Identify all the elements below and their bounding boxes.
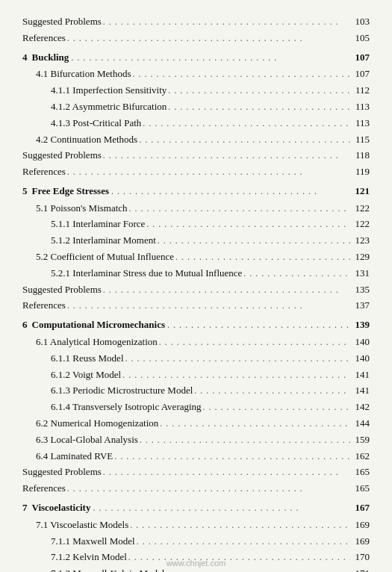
toc-dots: . . . . . . . . . . . . . . . . . . . . … [158,234,350,249]
toc-dots: . . . . . . . . . . . . . . . . . . . . … [132,67,350,82]
toc-dots: . . . . . . . . . . . . . . . . . . . . … [103,283,350,298]
toc-dots: . . . . . . . . . . . . . . . . . . . . … [122,368,350,383]
toc-dots: . . . . . . . . . . . . . . . . . . . . … [71,50,349,66]
chapter-row: 7Viscoelasticity. . . . . . . . . . . . … [22,500,370,517]
toc-label: 4.1.2 Asymmetric Bifurcation [51,99,167,114]
chapter-page: 121 [352,183,370,200]
toc-page: 140 [352,350,370,366]
toc-row: 6.1 Analytical Homogenization. . . . . .… [22,334,370,350]
toc-row: 6.1.2 Voigt Model. . . . . . . . . . . .… [22,367,370,383]
toc-label: Suggested Problems [22,13,102,29]
toc-label: 6.2 Numerical Homogenization [36,415,158,431]
chapter-title: Buckling [32,49,69,66]
toc-label: 6.4 Laminated RVE [36,448,113,464]
chapter-row: 4Buckling. . . . . . . . . . . . . . . .… [22,49,370,66]
toc-dots: . . . . . . . . . . . . . . . . . . . . … [67,31,350,46]
toc-dots: . . . . . . . . . . . . . . . . . . . . … [167,317,349,333]
toc-row: 5.1.2 Interlaminar Moment. . . . . . . .… [22,232,370,249]
toc-dots: . . . . . . . . . . . . . . . . . . . . … [114,450,350,464]
toc-page: 122 [352,216,370,231]
toc-page: 107 [352,66,370,81]
toc-row: 6.1.3 Periodic Microstructure Model. . .… [22,382,370,399]
chapter-num: 7 [22,500,28,517]
toc-dots: . . . . . . . . . . . . . . . . . . . . … [146,217,350,232]
chapter-num: 5 [22,183,28,200]
toc-row: References. . . . . . . . . . . . . . . … [22,30,370,46]
toc-row: 5.2 Coefficient of Mutual Influence. . .… [22,249,370,265]
toc-page: 137 [352,297,370,313]
toc-dots: . . . . . . . . . . . . . . . . . . . . … [168,100,350,115]
toc-label: 4.1.3 Post-Critical Path [51,115,141,131]
toc-label: 5.2.1 Interlaminar Stress due to Mutual … [51,265,242,281]
toc-dots: . . . . . . . . . . . . . . . . . . . . … [160,417,350,432]
toc-label: 4.1.1 Imperfection Sensitivity [51,82,167,98]
toc-label: References [22,297,66,313]
chapter-row: 6Computational Micromechanics. . . . . .… [22,317,370,334]
toc-dots: . . . . . . . . . . . . . . . . . . . . … [159,335,350,350]
toc-label: 5.1.2 Interlaminar Moment [51,232,156,248]
toc-dots: . . . . . . . . . . . . . . . . . . . . … [103,15,350,30]
toc-label: References [22,30,66,46]
toc-row: 7.1 Viscoelastic Models. . . . . . . . .… [22,517,370,533]
toc-label: 5.1.1 Interlaminar Force [51,216,145,231]
toc-dots: . . . . . . . . . . . . . . . . . . . . … [93,500,349,516]
toc-page: 135 [352,282,370,297]
toc-row: 4.1.2 Asymmetric Bifurcation. . . . . . … [22,99,370,115]
toc-row: 4.2 Continuation Methods. . . . . . . . … [22,131,370,148]
toc-label: 6.1.4 Transversely Isotropic Averaging [51,399,202,414]
toc-row: Suggested Problems. . . . . . . . . . . … [22,464,370,480]
toc-row: References. . . . . . . . . . . . . . . … [22,480,370,497]
toc-page: 169 [352,533,370,549]
toc-dots: . . . . . . . . . . . . . . . . . . . . … [125,352,351,367]
toc-row: 5.1 Poisson's Mismatch. . . . . . . . . … [22,200,370,217]
toc-page: 131 [352,265,370,281]
chapter-title: Viscoelasticity [32,500,91,517]
toc-page: 115 [352,131,370,147]
toc-dots: . . . . . . . . . . . . . . . . . . . . … [166,567,350,572]
toc-label: 5.1 Poisson's Mismatch [36,200,128,216]
toc-page: 144 [352,415,370,431]
toc-page: 112 [352,82,370,98]
toc-container: Suggested Problems. . . . . . . . . . . … [22,13,370,572]
toc-dots: . . . . . . . . . . . . . . . . . . . . … [175,250,350,265]
toc-label: 6.1.1 Reuss Model [51,350,124,366]
chapter-page: 167 [352,500,370,517]
chapter-title: Computational Micromechanics [32,317,166,334]
toc-page: 122 [352,200,370,216]
toc-label: 4.1 Bifurcation Methods [36,66,131,81]
toc-dots: . . . . . . . . . . . . . . . . . . . . … [194,384,350,399]
toc-label: Suggested Problems [22,282,102,297]
toc-dots: . . . . . . . . . . . . . . . . . . . . … [103,149,350,164]
chapter-title: Free Edge Stresses [32,183,110,200]
toc-row: Suggested Problems. . . . . . . . . . . … [22,13,370,30]
toc-dots: . . . . . . . . . . . . . . . . . . . . … [203,400,350,415]
chapter-row: 5Free Edge Stresses. . . . . . . . . . .… [22,183,370,200]
toc-page: 141 [352,382,370,398]
toc-dots: . . . . . . . . . . . . . . . . . . . . … [168,84,350,99]
toc-dots: . . . . . . . . . . . . . . . . . . . . … [128,550,350,565]
toc-page: 165 [352,464,370,479]
toc-page: 113 [352,99,370,114]
toc-dots: . . . . . . . . . . . . . . . . . . . . … [67,299,350,314]
toc-dots: . . . . . . . . . . . . . . . . . . . . … [143,116,350,131]
toc-row: 5.1.1 Interlaminar Force. . . . . . . . … [22,216,370,232]
toc-row: References. . . . . . . . . . . . . . . … [22,164,370,180]
toc-label: 6.1.2 Voigt Model [51,367,121,382]
toc-page: 159 [352,432,370,447]
toc-row: 6.4 Laminated RVE. . . . . . . . . . . .… [22,448,370,464]
toc-row: 7.1.1 Maxwell Model. . . . . . . . . . .… [22,533,370,550]
toc-page: 140 [352,334,370,349]
toc-row: Suggested Problems. . . . . . . . . . . … [22,282,370,298]
toc-dots: . . . . . . . . . . . . . . . . . . . . … [67,165,350,180]
toc-page: 105 [352,30,370,46]
toc-page: 123 [352,232,370,248]
chapter-num: 6 [22,317,28,334]
toc-dots: . . . . . . . . . . . . . . . . . . . . … [243,267,350,282]
toc-label: 5.2 Coefficient of Mutual Influence [36,249,174,264]
toc-page: 113 [352,115,370,131]
toc-page: 169 [352,517,370,532]
toc-label: 6.3 Local-Global Analysis [36,432,138,447]
toc-row: 4.1.1 Imperfection Sensitivity. . . . . … [22,82,370,99]
toc-label: 7.1.1 Maxwell Model [51,533,135,549]
toc-label: Suggested Problems [22,147,102,163]
